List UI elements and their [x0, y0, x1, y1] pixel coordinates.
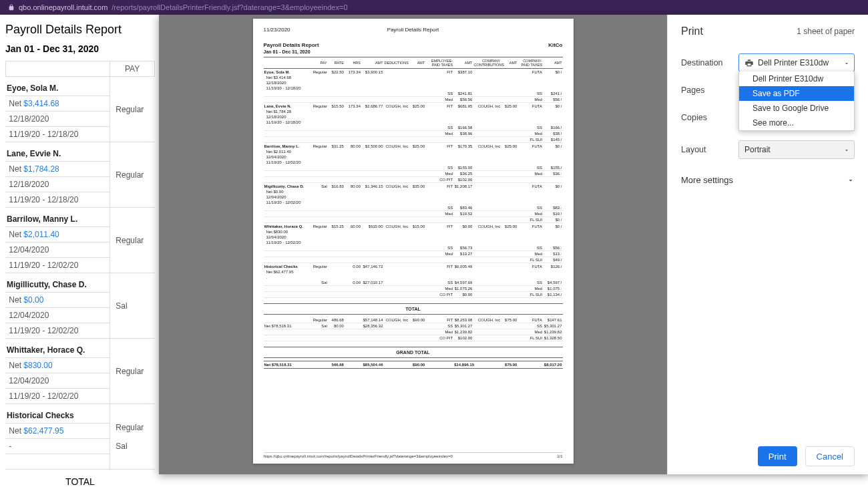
chevron-down-icon: [843, 146, 850, 156]
pp-title: Print: [681, 25, 703, 37]
pages-label: Pages: [681, 86, 738, 95]
cancel-button[interactable]: Cancel: [805, 446, 855, 466]
pv-total-label: TOTAL: [264, 303, 563, 315]
bg-report-panel: Payroll Details Report Jan 01 - Dec 31, …: [0, 15, 159, 493]
layout-select[interactable]: Portrait: [738, 140, 855, 159]
chevron-down-icon: [847, 176, 855, 184]
destination-option[interactable]: Dell Printer E310dw: [739, 71, 854, 86]
pv-subtitle: Payroll Details Report: [264, 42, 319, 48]
bg-total: TOTAL: [5, 470, 155, 487]
more-settings-label: More settings: [681, 175, 733, 185]
pv-title: Payroll Details Report: [253, 27, 574, 33]
destination-value: Dell Printer E310dw: [758, 58, 829, 67]
printer-icon: [744, 58, 754, 67]
layout-label: Layout: [681, 145, 738, 154]
lock-icon: [8, 4, 15, 11]
print-settings-panel: Print 1 sheet of paper Destination Dell …: [668, 15, 868, 474]
more-settings-toggle[interactable]: More settings: [681, 172, 855, 188]
pv-range: Jan 01 - Dec 31, 2020: [264, 49, 563, 54]
pv-footer-page: 1/1: [557, 454, 562, 458]
bg-range: Jan 01 - Dec 31, 2020: [5, 43, 155, 54]
print-preview-area[interactable]: 11/23/2020 Payroll Details Report Payrol…: [159, 15, 668, 474]
destination-label: Destination: [681, 58, 738, 67]
destination-option[interactable]: Save to Google Drive: [739, 101, 854, 116]
chevron-down-icon: [843, 59, 850, 69]
preview-page: 11/23/2020 Payroll Details Report Payrol…: [253, 19, 574, 464]
print-dialog: 11/23/2020 Payroll Details Report Payrol…: [159, 15, 868, 474]
destination-dropdown[interactable]: Dell Printer E310dwSave as PDFSave to Go…: [738, 71, 855, 131]
print-button[interactable]: Print: [758, 446, 797, 466]
layout-value: Portrait: [744, 145, 771, 154]
bg-col-pay: PAY: [110, 61, 155, 77]
bg-title: Payroll Details Report: [5, 23, 155, 37]
pv-grand-label: GRAND TOTAL: [264, 347, 563, 358]
copies-label: Copies: [681, 113, 738, 122]
pv-company: KitCo: [548, 42, 562, 48]
url-host: qbo.onlinepayroll.intuit.com: [19, 0, 107, 15]
pv-footer-url: https://qbo.onlinepayroll.intuit.com/rep…: [264, 454, 453, 458]
destination-select[interactable]: Dell Printer E310dw: [738, 53, 855, 72]
destination-option[interactable]: Save as PDF: [739, 86, 854, 101]
url-bar: qbo.onlinepayroll.intuit.com/reports/pay…: [0, 0, 868, 15]
pp-sheets: 1 sheet of paper: [797, 27, 855, 36]
url-path: /reports/payrollDetailsPrinterFriendly.j…: [112, 0, 347, 15]
destination-option[interactable]: See more...: [739, 116, 854, 130]
